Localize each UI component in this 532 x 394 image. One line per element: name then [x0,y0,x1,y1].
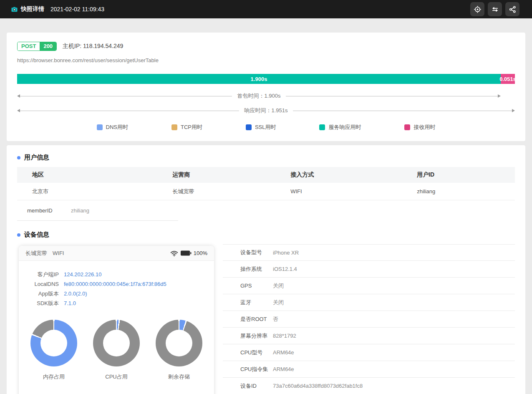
timing-bar: 1.900s 0.051s [17,74,515,84]
chart-label: 内存占用 [27,373,81,381]
column-header-access: 接入方式 [275,171,402,179]
cell-userid: zhiliang [402,188,515,194]
column-header-region: 地区 [17,171,157,179]
legend-swatch [404,124,410,130]
host-ip: 主机IP: 118.194.54.249 [63,43,123,50]
locate-button[interactable] [470,2,484,16]
badge-row: POST 200 主机IP: 118.194.54.249 [17,42,515,51]
network-card-header: 长城宽带 WIFI 100% [19,246,214,261]
field-label: 客户端IP [19,270,59,279]
chart-label: 剩余存储 [152,373,206,381]
member-id-label: memberID [27,207,71,214]
field-label: App版本 [19,289,59,298]
legend-item-server[interactable]: 服务响应用时 [319,124,361,131]
field-row: SDK版本 7.1.0 [19,298,214,308]
donut-ring[interactable] [30,320,77,366]
legend-item-ssl[interactable]: SSL用时 [246,124,276,131]
legend-swatch [246,124,252,130]
battery-level: 100% [194,250,207,256]
field-label: SDK版本 [19,298,59,308]
share-icon [509,5,517,13]
camera-icon [11,6,18,13]
page-title: 快照详情 [21,5,44,13]
server-response-segment[interactable]: 1.900s [17,74,501,84]
bullet-dot-icon [17,233,20,237]
legend-swatch [319,124,325,130]
spec-row: 蓝牙关闭 [223,294,515,311]
server-response-duration: 1.900s [251,76,267,82]
request-summary-card: POST 200 主机IP: 118.194.54.249 https://br… [7,33,525,141]
arrow-right-icon [512,109,515,112]
field-row: 客户端IP 124.202.226.10 [19,270,214,279]
status-code: 200 [40,42,56,51]
user-info-title: 用户信息 [17,154,515,162]
spec-row: CPU型号ARM64e [223,344,515,361]
member-id-value: zhiliang [71,207,89,214]
field-row: App版本 2.0.0(2.0) [19,289,214,298]
arrow-left-icon [17,94,20,98]
spec-row: 设备ID73a7c60a6d4a338ffd8073d62fab1fc8 [223,378,515,394]
legend-swatch [97,124,103,130]
device-info-title: 设备信息 [17,231,515,239]
legend-item-tcp[interactable]: TCP用时 [171,124,202,131]
usage-donut-charts: 内存占用 CPU占用 剩余存储 [19,320,214,381]
swap-arrows-icon [491,5,499,13]
memory-usage-chart: 内存占用 [27,320,81,381]
spec-row: CPU指令集ARM64e [223,361,515,378]
network-type: WIFI [53,250,64,256]
top-bar: 快照详情 2021-02-02 11:09:43 [0,0,532,18]
response-time: 响应时间：1.951s [239,107,292,114]
device-info-section: 长城宽带 WIFI 100% 客户端IP 124.202.226.10 [17,244,515,394]
legend-item-receive[interactable]: 接收用时 [404,124,435,131]
receive-segment[interactable]: 0.051s [501,74,515,84]
member-id-row: memberID zhiliang [17,200,178,221]
request-method: POST [18,42,40,51]
request-url: https://browser.bonree.com/rest/user/ses… [17,57,515,63]
wifi-icon [170,250,178,257]
storage-remaining-chart: 剩余存储 [152,320,206,381]
column-header-carrier: 运营商 [157,171,275,179]
network-fields: 客户端IP 124.202.226.10 LocalDNS fe80:0000:… [19,270,214,308]
field-label: LocalDNS [19,279,59,289]
receive-duration: 0.051s [499,76,516,82]
app-version-value: 2.0.0(2.0) [64,289,87,298]
arrow-left-icon [17,109,20,112]
sdk-version-value: 7.1.0 [64,298,76,308]
user-info-table: 地区 运营商 接入方式 用户ID 北京市 长城宽带 WIFI zhiliang … [17,167,515,221]
cpu-usage-chart: CPU占用 [90,320,143,381]
spec-row: 屏幕分辨率828*1792 [223,328,515,344]
spec-row: 操作系统iOS12.1.4 [223,261,515,278]
spec-row: 是否ROOT否 [223,311,515,328]
spec-row: 设备型号iPhone XR [223,244,515,261]
first-packet-time: 首包时间：1.900s [232,92,285,100]
crosshair-icon [474,5,482,13]
field-row: LocalDNS fe80:0000:0000:0000:045e:1f7a:6… [19,279,214,289]
cell-region: 北京市 [17,188,157,195]
table-header-row: 地区 运营商 接入方式 用户ID [17,167,515,183]
arrow-right-icon [498,94,501,98]
legend-item-dns[interactable]: DNS用时 [97,124,128,131]
legend-swatch [171,124,177,130]
compare-button[interactable] [488,2,502,16]
donut-ring[interactable] [93,320,140,366]
share-button[interactable] [505,2,519,16]
timing-legend: DNS用时 TCP用时 SSL用时 服务响应用时 接收用时 [97,124,436,131]
cell-access: WIFI [275,188,402,194]
snapshot-timestamp: 2021-02-02 11:09:43 [50,6,104,13]
detail-card: 用户信息 地区 运营商 接入方式 用户ID 北京市 长城宽带 WIFI zhil… [7,145,525,394]
client-ip-value: 124.202.226.10 [64,270,101,279]
response-time-measure: 响应时间：1.951s [17,107,515,114]
brand: 快照详情 2021-02-02 11:09:43 [11,5,104,13]
table-row: 北京市 长城宽带 WIFI zhiliang [17,183,515,200]
spec-row: GPS关闭 [223,278,515,294]
first-packet-measure: 首包时间：1.900s [17,93,501,99]
column-header-userid: 用户ID [402,171,515,179]
device-network-card: 长城宽带 WIFI 100% 客户端IP 124.202.226.10 [19,246,214,394]
bullet-dot-icon [17,156,20,159]
battery-icon [180,250,192,256]
toolbar-actions [470,2,519,16]
donut-ring[interactable] [156,320,202,366]
method-status-badge: POST 200 [17,42,57,51]
cell-carrier: 长城宽带 [157,188,275,195]
local-dns-value: fe80:0000:0000:0000:045e:1f7a:673f:86d5 [64,279,166,289]
